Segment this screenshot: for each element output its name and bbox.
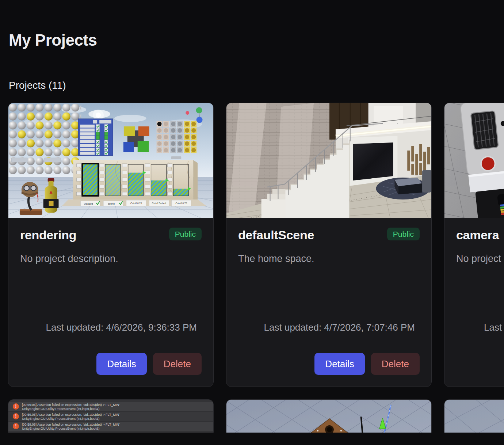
chart-name-plates: Opaque Blend Cutoff 0.25 Cutoff Default … bbox=[80, 200, 191, 206]
my-projects-page: My Projects Projects (11) bbox=[0, 0, 504, 445]
error-icon: ! bbox=[13, 403, 19, 410]
visibility-badge: Public bbox=[387, 228, 420, 240]
project-thumbnail: ! [00:59:06] Assertion failed on express… bbox=[8, 400, 213, 433]
unity-console-thumbnail: ! [00:59:06] Assertion failed on express… bbox=[8, 400, 213, 433]
pool-table-thumbnail-art bbox=[226, 400, 431, 433]
project-card-rendering: Opaque Blend Cutoff 0.25 Cutoff Default … bbox=[8, 103, 214, 387]
project-thumbnail: Opaque Blend Cutoff 0.25 Cutoff Default … bbox=[8, 103, 213, 218]
header-divider bbox=[0, 64, 504, 64]
project-card-defaultscene: defaultScene Public The home space. Last… bbox=[226, 103, 432, 387]
log-stack-line: UnityEngine.GUIUtility:ProcessEvent (int… bbox=[22, 407, 120, 411]
project-title: rendering bbox=[20, 228, 76, 242]
log-line: [00:59:06] Assertion failed on expressio… bbox=[22, 403, 120, 407]
delete-button[interactable]: Delete bbox=[371, 353, 420, 375]
camera-thumbnail-art bbox=[444, 103, 504, 218]
project-thumbnail bbox=[444, 400, 504, 433]
project-thumbnail bbox=[444, 103, 504, 218]
card-divider bbox=[238, 343, 420, 343]
details-button[interactable]: Details bbox=[96, 353, 146, 375]
delete-button[interactable]: Delete bbox=[153, 353, 202, 375]
grid-floor-thumbnail-art bbox=[444, 400, 504, 433]
card-body: defaultScene Public The home space. Last… bbox=[226, 218, 431, 387]
svg-text:Cutoff 0.75: Cutoff 0.75 bbox=[176, 202, 187, 205]
details-button[interactable]: Details bbox=[314, 353, 364, 375]
error-icon: ! bbox=[13, 413, 19, 419]
log-stack-line: UnityEngine.GUIUtility:ProcessEvent (int… bbox=[22, 427, 120, 431]
log-line: [00:59:06] Assertion failed on expressio… bbox=[22, 413, 120, 417]
card-body: rendering Public No project description.… bbox=[8, 218, 213, 387]
project-thumbnail bbox=[226, 400, 431, 433]
svg-text:Cutoff 0.25: Cutoff 0.25 bbox=[130, 202, 142, 205]
projects-count-label: Projects (11) bbox=[9, 79, 504, 91]
console-log-row: ! [00:59:06] Assertion failed on express… bbox=[8, 412, 213, 422]
project-card-camera: camera No project description. Last Deta… bbox=[444, 103, 504, 387]
project-card-console: ! [00:59:06] Assertion failed on express… bbox=[8, 399, 214, 433]
settings-panel bbox=[78, 119, 113, 156]
project-description: The home space. bbox=[238, 252, 420, 265]
project-title: defaultScene bbox=[238, 228, 314, 242]
last-updated-label: Last updated: 4/7/2026, 7:07:46 PM bbox=[238, 322, 420, 333]
svg-text:Opaque: Opaque bbox=[84, 202, 93, 205]
console-log-row: ! [00:59:06] Assertion failed on express… bbox=[8, 402, 213, 412]
log-line: [00:59:06] Assertion failed on expressio… bbox=[22, 423, 120, 427]
card-divider bbox=[456, 343, 504, 343]
projects-grid: Opaque Blend Cutoff 0.25 Cutoff Default … bbox=[8, 103, 504, 433]
project-thumbnail bbox=[226, 103, 431, 218]
console-log-row: ! [00:59:06] Screen position out of view… bbox=[8, 431, 213, 433]
svg-text:Cutoff Default: Cutoff Default bbox=[152, 202, 167, 205]
svg-text:Blend: Blend bbox=[108, 202, 115, 205]
visibility-badge: Public bbox=[169, 228, 202, 240]
error-icon: ! bbox=[13, 423, 19, 429]
rendering-scene-thumbnail-art: Opaque Blend Cutoff 0.25 Cutoff Default … bbox=[8, 103, 213, 218]
project-description: No project description. bbox=[456, 252, 504, 265]
console-log-row: ! [00:59:06] Assertion failed on express… bbox=[8, 422, 213, 431]
card-divider bbox=[20, 343, 202, 343]
log-stack-line: UnityEngine.GUIUtility:ProcessEvent (int… bbox=[22, 417, 120, 421]
project-card-pool bbox=[226, 399, 432, 433]
last-updated-label: Last bbox=[456, 322, 504, 333]
page-title: My Projects bbox=[0, 0, 504, 50]
marble-chart-wall: Opaque Blend Cutoff 0.25 Cutoff Default … bbox=[62, 160, 206, 206]
project-description: No project description. bbox=[20, 252, 202, 265]
last-updated-label: Last updated: 4/6/2026, 9:36:33 PM bbox=[20, 322, 202, 333]
card-body: camera No project description. Last Deta… bbox=[444, 218, 504, 387]
project-title: camera bbox=[456, 228, 499, 242]
project-card-gridscene bbox=[444, 399, 504, 433]
home-space-thumbnail-art bbox=[226, 103, 431, 218]
